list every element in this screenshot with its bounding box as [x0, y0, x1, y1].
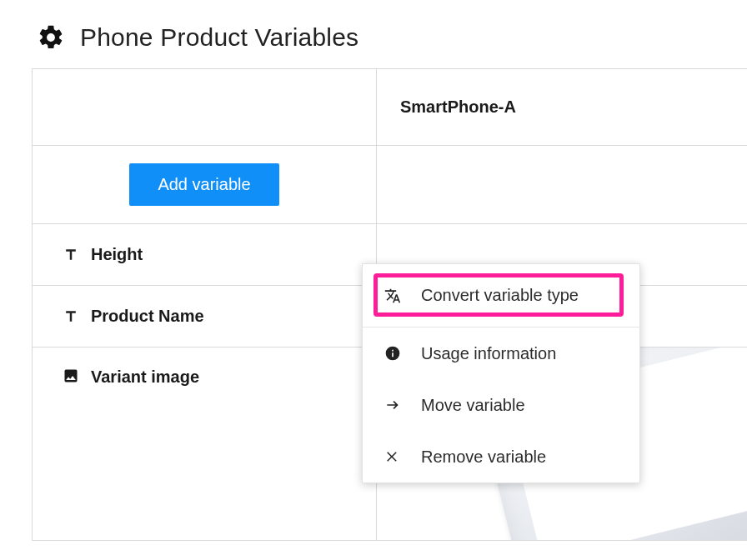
variable-label: Product Name [91, 307, 204, 326]
menu-item-label: Remove variable [421, 448, 546, 467]
variable-context-menu: Convert variable type Usage information … [362, 263, 640, 483]
menu-usage-info[interactable]: Usage information [363, 328, 639, 379]
add-variable-button[interactable]: Add variable [129, 163, 278, 206]
text-type-icon [63, 247, 79, 263]
variable-label: Height [91, 245, 143, 264]
add-row-empty [377, 146, 747, 223]
text-type-icon [63, 308, 79, 325]
page-header: Phone Product Variables [0, 0, 747, 68]
menu-move-variable[interactable]: Move variable [363, 379, 639, 431]
menu-item-label: Usage information [421, 344, 556, 363]
menu-item-label: Convert variable type [421, 286, 579, 305]
add-row: Add variable [33, 146, 747, 224]
gear-icon [37, 23, 65, 52]
menu-item-label: Move variable [421, 396, 525, 415]
translate-icon [383, 288, 403, 304]
column-header: SmartPhone-A [377, 69, 747, 145]
close-icon [383, 449, 403, 464]
page-title: Phone Product Variables [80, 23, 358, 52]
arrow-right-icon [383, 397, 403, 413]
menu-remove-variable[interactable]: Remove variable [363, 431, 639, 482]
menu-convert-type[interactable]: Convert variable type [363, 264, 639, 328]
variable-label: Variant image [91, 368, 199, 387]
info-icon [383, 345, 403, 362]
table-header-row: SmartPhone-A [33, 69, 747, 146]
image-type-icon [63, 368, 79, 388]
header-empty-cell [33, 69, 377, 145]
